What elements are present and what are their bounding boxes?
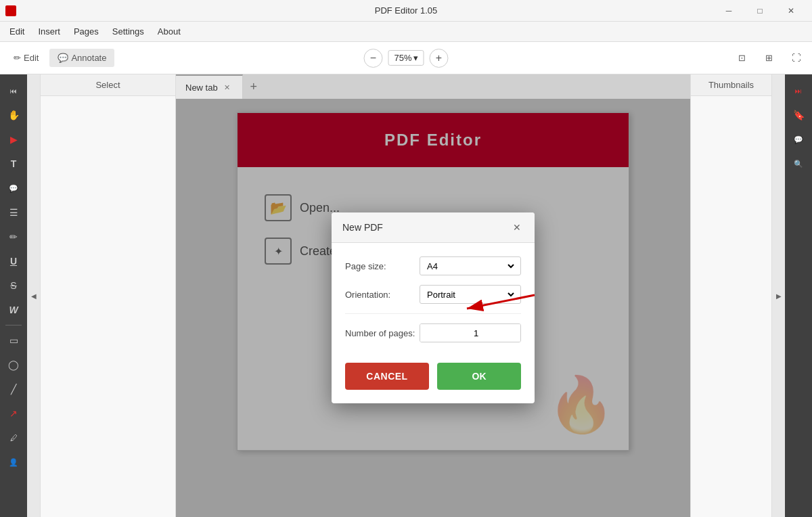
sidebar-arrow-tool[interactable]: ↗: [3, 403, 24, 424]
two-page-button[interactable]: ⊞: [758, 47, 780, 69]
zoom-in-button[interactable]: +: [430, 49, 449, 68]
modal-title-bar: New PDF ✕: [332, 212, 535, 243]
fit-page-button[interactable]: ⊡: [731, 47, 752, 69]
modal-close-button[interactable]: ✕: [510, 221, 524, 234]
left-sidebar: ⏮ ✋ ▶ T 💬 ☰ ✏ U S W ▭ ◯ ╱ ↗ 🖊 👤: [0, 74, 27, 517]
menu-bar: Edit Insert Pages Settings About: [0, 22, 812, 42]
left-panel-container: ◀ Select: [27, 74, 176, 517]
right-panel-container: Thumbnails ▶: [690, 74, 785, 517]
modal-separator: [345, 313, 521, 314]
close-button[interactable]: ✕: [775, 0, 807, 22]
num-pages-input[interactable]: [420, 324, 521, 342]
zoom-percent: 75%: [394, 53, 411, 63]
tab-bar: New tab ✕ +: [176, 74, 690, 99]
sidebar-line-tool[interactable]: ╱: [3, 378, 24, 400]
right-panel-collapse[interactable]: ▶: [771, 74, 785, 517]
right-sidebar-comment[interactable]: 💬: [788, 129, 809, 150]
right-sidebar-skip[interactable]: ⏭: [788, 80, 809, 102]
window-controls: ─ □ ✕: [713, 0, 807, 22]
tab-area: New tab ✕ + PDF Editor 📂 Open... ✦: [176, 74, 690, 517]
annotate-label: Annotate: [71, 53, 106, 63]
edit-label: Edit: [24, 53, 39, 63]
app-icon: [5, 5, 16, 16]
modal-overlay: New PDF ✕ Page size: A4 Letter: [176, 99, 690, 517]
menu-insert[interactable]: Insert: [31, 24, 67, 39]
sidebar-cursor-tool[interactable]: ▶: [3, 129, 24, 150]
tab-label: New tab: [185, 83, 218, 93]
page-size-select-wrapper[interactable]: A4 Letter Legal A3 A5: [420, 256, 521, 275]
page-size-row: Page size: A4 Letter Legal A3 A5: [345, 256, 521, 275]
fullscreen-button[interactable]: ⛶: [785, 47, 807, 69]
sidebar-underline-tool[interactable]: U: [3, 250, 24, 272]
ok-button[interactable]: OK: [437, 363, 521, 390]
modal-footer: CANCEL OK: [332, 363, 535, 403]
maximize-button[interactable]: □: [744, 0, 775, 22]
zoom-value-display[interactable]: 75% ▾: [388, 50, 424, 66]
modal-title: New PDF: [342, 222, 383, 233]
page-size-label: Page size:: [345, 261, 420, 271]
zoom-out-button[interactable]: −: [363, 49, 382, 68]
tab-new-tab[interactable]: New tab ✕: [176, 74, 243, 99]
sidebar-sep-1: [5, 325, 22, 325]
sidebar-freehand-tool[interactable]: 🖊: [3, 427, 24, 449]
new-pdf-modal: New PDF ✕ Page size: A4 Letter: [332, 212, 535, 403]
sidebar-rect-tool[interactable]: ▭: [3, 330, 24, 351]
sidebar-skip-back[interactable]: ⏮: [3, 80, 24, 102]
sidebar-strikethrough-tool[interactable]: S: [3, 275, 24, 296]
annotate-button[interactable]: 💬 Annotate: [49, 49, 114, 67]
tab-close-button[interactable]: ✕: [222, 82, 233, 93]
menu-about[interactable]: About: [151, 24, 187, 39]
edit-icon: ✏: [14, 53, 21, 63]
title-bar-left: [5, 5, 16, 16]
sidebar-hand-tool[interactable]: ✋: [3, 104, 24, 126]
annotate-icon: 💬: [58, 53, 68, 63]
cancel-button[interactable]: CANCEL: [345, 363, 429, 390]
sidebar-pencil-tool[interactable]: ✏: [3, 226, 24, 248]
left-panel: Select: [41, 74, 176, 517]
num-pages-row: Number of pages: ▲ ▼: [345, 323, 521, 342]
orientation-label: Orientation:: [345, 290, 420, 300]
tab-add-button[interactable]: +: [243, 76, 265, 97]
page-size-select[interactable]: A4 Letter Legal A3 A5: [424, 257, 516, 275]
app-title: PDF Editor 1.05: [375, 5, 438, 16]
toolbar: ✏ Edit 💬 Annotate − 75% ▾ + ⊡ ⊞ ⛶: [0, 42, 812, 74]
minimize-button[interactable]: ─: [713, 0, 744, 22]
sidebar-comment-tool[interactable]: 💬: [3, 177, 24, 199]
main-layout: ⏮ ✋ ▶ T 💬 ☰ ✏ U S W ▭ ◯ ╱ ↗ 🖊 👤 ◀ Select…: [0, 74, 812, 517]
menu-pages[interactable]: Pages: [67, 24, 106, 39]
edit-button[interactable]: ✏ Edit: [5, 49, 47, 67]
sidebar-text-tool[interactable]: T: [3, 153, 24, 175]
content-area: PDF Editor 📂 Open... ✦ Create PDF... 🔥: [176, 99, 690, 517]
modal-body: Page size: A4 Letter Legal A3 A5: [332, 243, 535, 363]
sidebar-oval-tool[interactable]: ◯: [3, 354, 24, 376]
sidebar-wave-tool[interactable]: W: [3, 299, 24, 321]
sidebar-user-tool[interactable]: 👤: [3, 451, 24, 473]
right-sidebar-search[interactable]: 🔍: [788, 153, 809, 175]
right-panel: Thumbnails: [690, 74, 771, 517]
zoom-controls: − 75% ▾ +: [363, 49, 448, 68]
menu-edit[interactable]: Edit: [3, 24, 31, 39]
sidebar-list-tool[interactable]: ☰: [3, 202, 24, 223]
left-panel-collapse[interactable]: ◀: [27, 74, 41, 517]
orientation-row: Orientation: Portrait Landscape: [345, 285, 521, 304]
left-panel-header: Select: [41, 74, 175, 96]
title-bar: PDF Editor 1.05 ─ □ ✕: [0, 0, 812, 22]
toolbar-right: ⊡ ⊞ ⛶: [731, 47, 807, 69]
orientation-select-wrapper[interactable]: Portrait Landscape: [420, 285, 521, 304]
right-sidebar: ⏭ 🔖 💬 🔍: [785, 74, 812, 517]
right-sidebar-bookmark[interactable]: 🔖: [788, 104, 809, 126]
num-pages-label: Number of pages:: [345, 328, 420, 338]
menu-settings[interactable]: Settings: [106, 24, 151, 39]
zoom-dropdown-icon: ▾: [413, 53, 418, 63]
num-pages-input-wrap[interactable]: ▲ ▼: [420, 323, 521, 342]
orientation-select[interactable]: Portrait Landscape: [424, 286, 516, 303]
right-panel-header: Thumbnails: [691, 74, 771, 96]
